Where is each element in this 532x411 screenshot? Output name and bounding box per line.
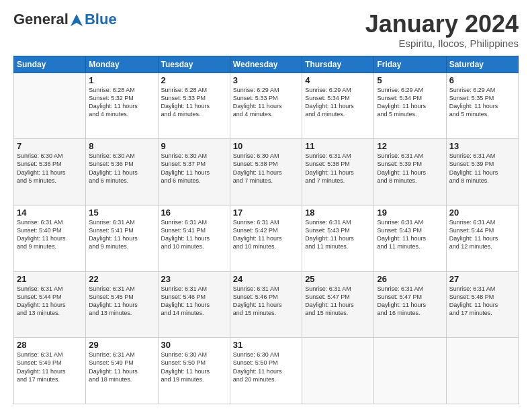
table-row: 22Sunrise: 6:31 AMSunset: 5:45 PMDayligh… <box>86 271 158 338</box>
day-info: Sunrise: 6:29 AMSunset: 5:33 PMDaylight:… <box>233 86 299 119</box>
day-number: 8 <box>89 141 154 151</box>
day-number: 14 <box>17 208 83 218</box>
day-info: Sunrise: 6:30 AMSunset: 5:37 PMDaylight:… <box>161 152 227 185</box>
table-row <box>302 338 374 404</box>
table-row: 2Sunrise: 6:28 AMSunset: 5:33 PMDaylight… <box>158 73 230 139</box>
day-number: 28 <box>17 340 83 350</box>
table-row: 3Sunrise: 6:29 AMSunset: 5:33 PMDaylight… <box>230 73 302 139</box>
table-row: 6Sunrise: 6:29 AMSunset: 5:35 PMDaylight… <box>446 73 518 139</box>
table-row: 27Sunrise: 6:31 AMSunset: 5:48 PMDayligh… <box>446 271 518 338</box>
day-number: 26 <box>377 274 443 284</box>
table-row: 11Sunrise: 6:31 AMSunset: 5:38 PMDayligh… <box>302 139 374 205</box>
day-number: 6 <box>449 75 515 85</box>
calendar-week-row: 7Sunrise: 6:30 AMSunset: 5:36 PMDaylight… <box>14 139 519 205</box>
calendar-week-row: 21Sunrise: 6:31 AMSunset: 5:44 PMDayligh… <box>14 271 519 338</box>
day-number: 11 <box>305 141 371 151</box>
table-row: 15Sunrise: 6:31 AMSunset: 5:41 PMDayligh… <box>86 205 158 271</box>
day-number: 24 <box>233 274 299 284</box>
calendar-subtitle: Espiritu, Ilocos, Philippines <box>365 38 519 49</box>
day-info: Sunrise: 6:31 AMSunset: 5:44 PMDaylight:… <box>17 285 83 318</box>
day-number: 23 <box>161 274 227 284</box>
logo-blue-text: Blue <box>85 11 117 28</box>
day-info: Sunrise: 6:29 AMSunset: 5:34 PMDaylight:… <box>305 86 371 119</box>
table-row: 19Sunrise: 6:31 AMSunset: 5:43 PMDayligh… <box>374 205 446 271</box>
table-row <box>14 73 86 139</box>
day-info: Sunrise: 6:31 AMSunset: 5:39 PMDaylight:… <box>377 152 443 185</box>
day-number: 10 <box>233 141 299 151</box>
table-row: 1Sunrise: 6:28 AMSunset: 5:32 PMDaylight… <box>86 73 158 139</box>
day-number: 18 <box>305 208 371 218</box>
day-info: Sunrise: 6:31 AMSunset: 5:47 PMDaylight:… <box>377 285 443 318</box>
table-row: 28Sunrise: 6:31 AMSunset: 5:49 PMDayligh… <box>14 338 86 404</box>
day-info: Sunrise: 6:31 AMSunset: 5:41 PMDaylight:… <box>89 218 154 251</box>
table-row: 18Sunrise: 6:31 AMSunset: 5:43 PMDayligh… <box>302 205 374 271</box>
day-info: Sunrise: 6:30 AMSunset: 5:50 PMDaylight:… <box>233 351 299 383</box>
table-row: 17Sunrise: 6:31 AMSunset: 5:42 PMDayligh… <box>230 205 302 271</box>
table-row <box>446 338 518 404</box>
day-info: Sunrise: 6:31 AMSunset: 5:48 PMDaylight:… <box>449 285 515 318</box>
svg-marker-0 <box>71 14 83 26</box>
day-number: 20 <box>449 208 515 218</box>
table-row: 4Sunrise: 6:29 AMSunset: 5:34 PMDaylight… <box>302 73 374 139</box>
day-number: 27 <box>449 274 515 284</box>
day-info: Sunrise: 6:31 AMSunset: 5:43 PMDaylight:… <box>377 218 443 251</box>
day-number: 9 <box>161 141 227 151</box>
header: General Blue January 2024 Espiritu, Iloc… <box>13 11 519 49</box>
day-number: 21 <box>17 274 83 284</box>
col-friday: Friday <box>374 56 446 73</box>
table-row: 21Sunrise: 6:31 AMSunset: 5:44 PMDayligh… <box>14 271 86 338</box>
day-info: Sunrise: 6:31 AMSunset: 5:40 PMDaylight:… <box>17 218 83 251</box>
col-thursday: Thursday <box>302 56 374 73</box>
day-number: 4 <box>305 75 371 85</box>
table-row: 24Sunrise: 6:31 AMSunset: 5:46 PMDayligh… <box>230 271 302 338</box>
table-row: 13Sunrise: 6:31 AMSunset: 5:39 PMDayligh… <box>446 139 518 205</box>
table-row: 31Sunrise: 6:30 AMSunset: 5:50 PMDayligh… <box>230 338 302 404</box>
day-number: 30 <box>161 340 227 350</box>
table-row: 14Sunrise: 6:31 AMSunset: 5:40 PMDayligh… <box>14 205 86 271</box>
day-info: Sunrise: 6:29 AMSunset: 5:34 PMDaylight:… <box>377 86 443 119</box>
col-sunday: Sunday <box>14 56 86 73</box>
logo: General Blue <box>13 11 117 28</box>
col-tuesday: Tuesday <box>158 56 230 73</box>
day-info: Sunrise: 6:31 AMSunset: 5:49 PMDaylight:… <box>89 351 154 383</box>
table-row: 9Sunrise: 6:30 AMSunset: 5:37 PMDaylight… <box>158 139 230 205</box>
calendar-week-row: 1Sunrise: 6:28 AMSunset: 5:32 PMDaylight… <box>14 73 519 139</box>
table-row: 20Sunrise: 6:31 AMSunset: 5:44 PMDayligh… <box>446 205 518 271</box>
day-number: 31 <box>233 340 299 350</box>
day-info: Sunrise: 6:31 AMSunset: 5:47 PMDaylight:… <box>305 285 371 318</box>
col-monday: Monday <box>86 56 158 73</box>
day-number: 29 <box>89 340 154 350</box>
col-saturday: Saturday <box>446 56 518 73</box>
day-number: 17 <box>233 208 299 218</box>
day-info: Sunrise: 6:31 AMSunset: 5:39 PMDaylight:… <box>449 152 515 185</box>
day-info: Sunrise: 6:30 AMSunset: 5:38 PMDaylight:… <box>233 152 299 185</box>
col-wednesday: Wednesday <box>230 56 302 73</box>
table-row: 10Sunrise: 6:30 AMSunset: 5:38 PMDayligh… <box>230 139 302 205</box>
day-info: Sunrise: 6:29 AMSunset: 5:35 PMDaylight:… <box>449 86 515 119</box>
day-info: Sunrise: 6:28 AMSunset: 5:32 PMDaylight:… <box>89 86 154 119</box>
day-info: Sunrise: 6:30 AMSunset: 5:36 PMDaylight:… <box>89 152 154 185</box>
calendar-week-row: 14Sunrise: 6:31 AMSunset: 5:40 PMDayligh… <box>14 205 519 271</box>
day-number: 3 <box>233 75 299 85</box>
day-number: 19 <box>377 208 443 218</box>
table-row: 26Sunrise: 6:31 AMSunset: 5:47 PMDayligh… <box>374 271 446 338</box>
day-info: Sunrise: 6:28 AMSunset: 5:33 PMDaylight:… <box>161 86 227 119</box>
table-row: 16Sunrise: 6:31 AMSunset: 5:41 PMDayligh… <box>158 205 230 271</box>
day-info: Sunrise: 6:30 AMSunset: 5:36 PMDaylight:… <box>17 152 83 185</box>
day-info: Sunrise: 6:31 AMSunset: 5:46 PMDaylight:… <box>233 285 299 318</box>
day-info: Sunrise: 6:31 AMSunset: 5:43 PMDaylight:… <box>305 218 371 251</box>
day-number: 25 <box>305 274 371 284</box>
day-number: 22 <box>89 274 154 284</box>
table-row: 25Sunrise: 6:31 AMSunset: 5:47 PMDayligh… <box>302 271 374 338</box>
table-row <box>374 338 446 404</box>
day-number: 1 <box>89 75 154 85</box>
day-info: Sunrise: 6:31 AMSunset: 5:44 PMDaylight:… <box>449 218 515 251</box>
day-info: Sunrise: 6:31 AMSunset: 5:46 PMDaylight:… <box>161 285 227 318</box>
day-number: 12 <box>377 141 443 151</box>
day-number: 7 <box>17 141 83 151</box>
day-info: Sunrise: 6:31 AMSunset: 5:49 PMDaylight:… <box>17 351 83 383</box>
table-row: 7Sunrise: 6:30 AMSunset: 5:36 PMDaylight… <box>14 139 86 205</box>
calendar-table: Sunday Monday Tuesday Wednesday Thursday… <box>13 56 519 404</box>
day-info: Sunrise: 6:31 AMSunset: 5:41 PMDaylight:… <box>161 218 227 251</box>
table-row: 8Sunrise: 6:30 AMSunset: 5:36 PMDaylight… <box>86 139 158 205</box>
